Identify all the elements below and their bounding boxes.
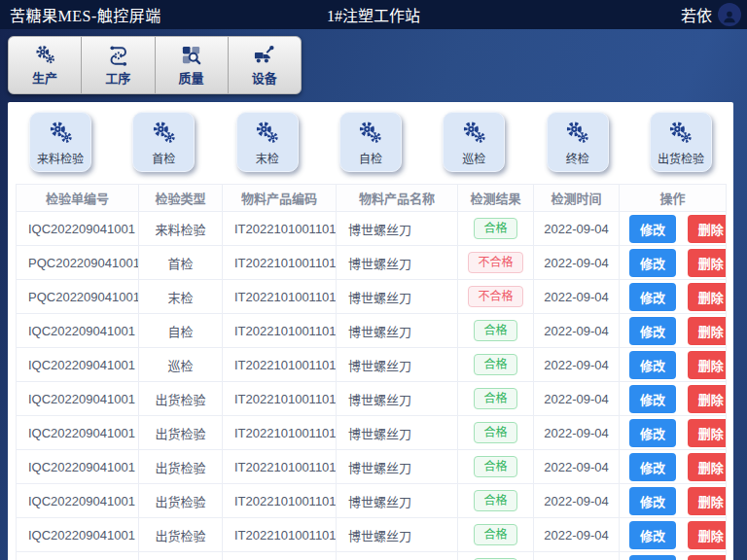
- cell-date: 2022-09-04: [534, 280, 620, 314]
- column-header: 检测时间: [534, 185, 620, 212]
- delete-button[interactable]: 删除: [688, 283, 727, 311]
- column-header: 检测结果: [458, 185, 534, 212]
- toolbar-item-production-gears[interactable]: 生产: [9, 37, 82, 93]
- cell-inspection-type: 巡检: [139, 348, 223, 382]
- cell-material-name: 博世螺丝刀: [337, 484, 458, 518]
- edit-button[interactable]: 修改: [629, 487, 676, 515]
- inspection-button-label: 来料检验: [37, 150, 84, 166]
- delete-button[interactable]: 删除: [688, 249, 727, 277]
- table-row: IQC202209041001 出货检验 IT2022101001101 博世螺…: [17, 552, 727, 560]
- edit-button[interactable]: 修改: [629, 351, 676, 379]
- delete-button[interactable]: 删除: [688, 453, 727, 481]
- column-header: 物料产品编码: [223, 185, 337, 212]
- username: 若依: [681, 3, 712, 26]
- inspection-button-4[interactable]: 巡检: [443, 112, 505, 172]
- edit-button[interactable]: 修改: [629, 317, 676, 345]
- cell-result: 不合格: [458, 280, 534, 314]
- edit-button[interactable]: 修改: [629, 521, 676, 549]
- main-toolbar: 生产 工序 质量 设备: [8, 36, 302, 94]
- cell-inspection-type: 出货检验: [139, 450, 223, 484]
- edit-button[interactable]: 修改: [629, 215, 676, 243]
- inspection-button-row: 来料检验 首检 末检 自检 巡检 终检 出货检验: [16, 108, 726, 184]
- table-row: IQC202209041001 出货检验 IT2022101001101 博世螺…: [17, 518, 727, 552]
- cell-result: 合格: [458, 552, 534, 560]
- gears-icon: [151, 120, 177, 146]
- gears-icon: [357, 120, 383, 146]
- mes-touchscreen: 苦糖果MES-触控屏端 1#注塑工作站 若依 生产 工序 质量 设备 来料检验 …: [0, 0, 747, 560]
- cell-order-no: PQC202209041001: [17, 246, 139, 280]
- user-menu[interactable]: 若依: [681, 3, 741, 26]
- inspection-button-label: 巡检: [462, 150, 485, 166]
- cell-date: 2022-09-04: [534, 212, 620, 246]
- column-header: 检验类型: [139, 185, 223, 212]
- inspection-button-0[interactable]: 来料检验: [29, 112, 91, 172]
- result-badge: 合格: [474, 354, 516, 375]
- cell-order-no: IQC202209041001: [17, 314, 139, 348]
- cell-date: 2022-09-04: [534, 314, 620, 348]
- cell-date: 2022-09-04: [534, 484, 620, 518]
- cell-order-no: IQC202209041001: [17, 484, 139, 518]
- cell-result: 合格: [458, 416, 534, 450]
- table-row: IQC202209041001 巡检 IT2022101001101 博世螺丝刀…: [17, 348, 727, 382]
- cell-result: 合格: [458, 484, 534, 518]
- gears-icon: [48, 120, 74, 146]
- cell-inspection-type: 来料检验: [139, 212, 223, 246]
- cell-date: 2022-09-04: [534, 518, 620, 552]
- edit-button[interactable]: 修改: [629, 283, 676, 311]
- equipment-machine-icon: [253, 44, 275, 66]
- cell-result: 合格: [458, 212, 534, 246]
- delete-button[interactable]: 删除: [688, 317, 727, 345]
- app-title: 苦糖果MES-触控屏端: [10, 3, 161, 26]
- delete-button[interactable]: 删除: [688, 351, 727, 379]
- column-header: 检验单编号: [17, 185, 139, 212]
- cell-date: 2022-09-04: [534, 416, 620, 450]
- cell-result: 合格: [458, 348, 534, 382]
- avatar[interactable]: [718, 3, 741, 26]
- toolbar-item-label: 质量: [179, 68, 204, 87]
- inspection-button-2[interactable]: 末检: [236, 112, 299, 172]
- delete-button[interactable]: 删除: [688, 419, 727, 447]
- cell-date: 2022-09-04: [534, 246, 620, 280]
- result-badge: 合格: [474, 524, 516, 545]
- cell-material-name: 博世螺丝刀: [337, 416, 458, 450]
- inspection-button-label: 终检: [566, 150, 589, 166]
- delete-button[interactable]: 删除: [688, 385, 727, 413]
- delete-button[interactable]: 删除: [688, 215, 727, 243]
- cell-order-no: IQC202209041001: [17, 552, 139, 560]
- cell-material-name: 博世螺丝刀: [337, 552, 458, 560]
- delete-button[interactable]: 删除: [688, 521, 727, 549]
- gears-icon: [564, 120, 590, 146]
- inspection-button-3[interactable]: 自检: [339, 112, 402, 172]
- cell-inspection-type: 出货检验: [139, 552, 223, 560]
- inspection-button-label: 末检: [256, 150, 279, 166]
- delete-button[interactable]: 删除: [688, 555, 727, 560]
- user-avatar-icon: [722, 9, 737, 24]
- edit-button[interactable]: 修改: [629, 555, 676, 560]
- inspection-button-5[interactable]: 终检: [547, 112, 609, 172]
- toolbar-item-label: 生产: [32, 68, 57, 87]
- delete-button[interactable]: 删除: [688, 487, 727, 515]
- edit-button[interactable]: 修改: [629, 385, 676, 413]
- cell-material-code: IT2022101001101: [223, 416, 337, 450]
- cell-order-no: PQC202209041001: [17, 280, 139, 314]
- cell-material-code: IT2022101001101: [223, 246, 337, 280]
- inspection-button-1[interactable]: 首检: [132, 112, 195, 172]
- toolbar-item-process-route[interactable]: 工序: [82, 37, 155, 93]
- edit-button[interactable]: 修改: [629, 453, 676, 481]
- cell-material-name: 博世螺丝刀: [337, 382, 458, 416]
- cell-actions: 修改 删除: [620, 314, 727, 348]
- inspection-button-6[interactable]: 出货检验: [650, 112, 712, 172]
- edit-button[interactable]: 修改: [629, 249, 676, 277]
- result-badge: 合格: [474, 490, 516, 511]
- result-badge: 合格: [474, 422, 516, 443]
- cell-material-name: 博世螺丝刀: [337, 280, 458, 314]
- table-header-row: 检验单编号检验类型物料产品编码物料产品名称检测结果检测时间操作: [17, 185, 727, 212]
- edit-button[interactable]: 修改: [629, 419, 676, 447]
- cell-material-name: 博世螺丝刀: [337, 314, 458, 348]
- cell-date: 2022-09-04: [534, 382, 620, 416]
- toolbar-item-equipment-machine[interactable]: 设备: [229, 37, 301, 93]
- toolbar-item-quality-inspect[interactable]: 质量: [156, 37, 229, 93]
- column-header: 操作: [620, 185, 727, 212]
- cell-order-no: IQC202209041001: [17, 212, 139, 246]
- cell-material-name: 博世螺丝刀: [337, 518, 458, 552]
